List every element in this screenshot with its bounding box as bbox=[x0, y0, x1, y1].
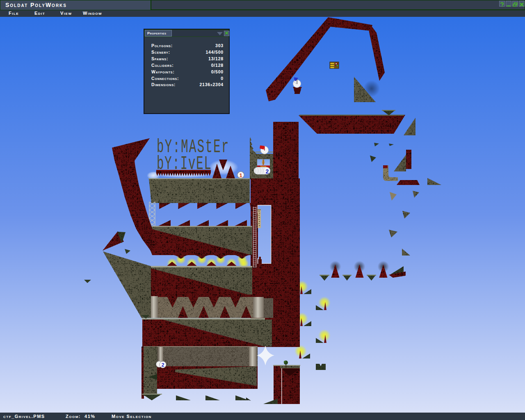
svg-text:2: 2 bbox=[161, 362, 164, 368]
svg-text:2: 2 bbox=[266, 168, 269, 175]
svg-text:1: 1 bbox=[239, 172, 242, 178]
svg-text:bY:IvEL: bY:IvEL bbox=[157, 153, 211, 174]
